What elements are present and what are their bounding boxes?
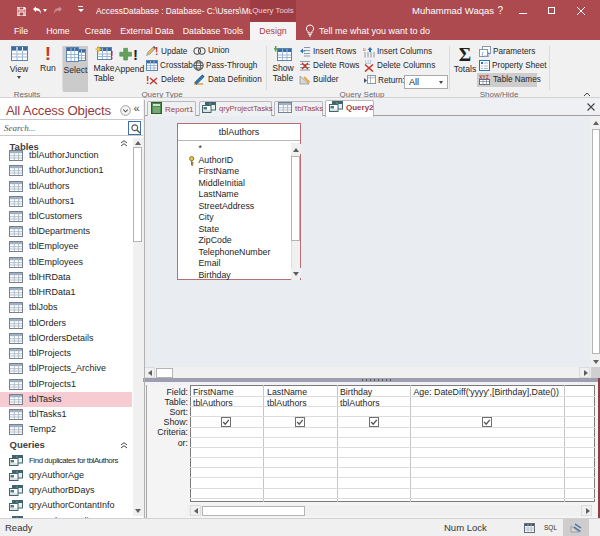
svg-text:!: ! xyxy=(133,46,138,62)
svg-text:!: ! xyxy=(155,46,158,57)
svg-text:XYZ: XYZ xyxy=(479,74,489,80)
svg-text:{…}: {…} xyxy=(481,52,490,58)
svg-text:!: ! xyxy=(110,49,114,61)
svg-text:u: u xyxy=(363,47,366,52)
svg-text:!: ! xyxy=(146,75,149,86)
